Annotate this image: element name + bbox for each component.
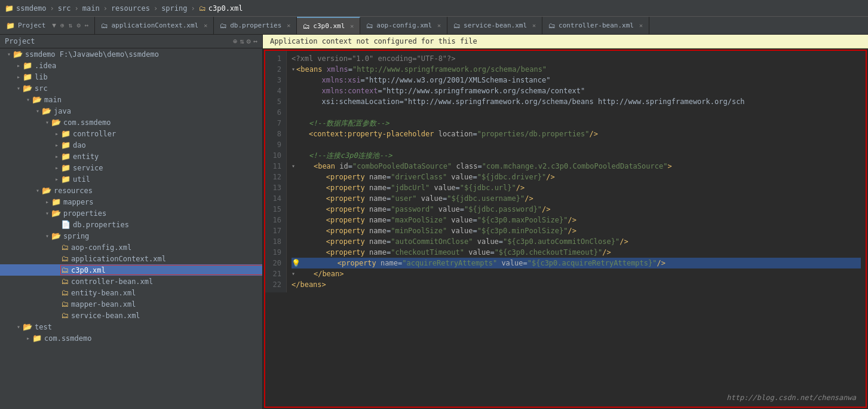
code-line-20: 💡 <property name="acquireRetryAttempts" … — [292, 258, 861, 268]
fold-icon-11[interactable]: ▾ — [292, 161, 295, 172]
tab-aop-label: aop-config.xml — [376, 22, 432, 29]
line-number-14: 14 — [270, 193, 281, 204]
tree-item-service[interactable]: ▸📁service — [0, 162, 262, 173]
tab-controller-bean-close[interactable]: ✕ — [639, 22, 643, 29]
sidebar-title: Project — [5, 37, 35, 45]
lightbulb-icon-20[interactable]: 💡 — [292, 258, 300, 268]
tab-c3p0-close[interactable]: ✕ — [350, 23, 354, 29]
code-line-2: ▾<beans xmlns="http://www.springframewor… — [292, 64, 861, 75]
fold-icon-2[interactable]: ▾ — [292, 64, 295, 75]
tab-controller-bean[interactable]: 🗂 controller-bean.xml ✕ — [542, 17, 649, 34]
breadcrumb-bar: 📁 ssmdemo › src › main › resources › spr… — [0, 0, 868, 17]
line-number-3: 3 — [270, 75, 281, 86]
editor-content[interactable]: 12345678910111213141516171819202122 <?xm… — [264, 50, 867, 408]
tree-item-ssmdemo[interactable]: ▾📂ssmdemo F:\Javaweb\demo\ssmdemo — [0, 48, 262, 60]
tab-db-properties[interactable]: 🗂 db.properties ✕ — [214, 17, 297, 34]
c3p0-icon: 🗂 — [303, 22, 310, 30]
tab-db-close[interactable]: ✕ — [287, 22, 290, 29]
code-line-10: <!--连接c3p0连接池--> — [292, 150, 861, 161]
controller-bean-icon: 🗂 — [548, 22, 556, 30]
tab-service-bean[interactable]: 🗂 service-bean.xml ✕ — [447, 17, 542, 34]
applicationContext-icon: 🗂 — [101, 22, 108, 30]
code-line-15: <property name="password" value="${jdbc.… — [292, 204, 861, 215]
tree-item-service-bean-xml[interactable]: 🗂service-bean.xml — [0, 310, 262, 321]
breadcrumb-spring[interactable]: spring — [161, 4, 187, 13]
tree-item-applicationContext-xml[interactable]: 🗂applicationContext.xml — [0, 253, 262, 264]
db-properties-icon: 🗂 — [220, 22, 227, 30]
code-line-6 — [292, 107, 861, 118]
tab-c3p0-label: c3p0.xml — [313, 22, 345, 30]
breadcrumb-resources[interactable]: resources — [111, 4, 150, 13]
code-content-20: <property name="acquireRetryAttempts" va… — [303, 258, 665, 268]
tree-item-com-ssmdemo[interactable]: ▾📂com.ssmdemo — [0, 117, 262, 128]
tab-bar: 📁 Project ▼ ⊕ ⇅ ⚙ ↔ 🗂 applicationContext… — [0, 17, 868, 35]
code-content-14: <property name="user" value="${jdbc.user… — [292, 193, 533, 204]
file-tree: ▾📂ssmdemo F:\Javaweb\demo\ssmdemo▸📁.idea… — [0, 48, 262, 344]
breadcrumb-main[interactable]: main — [82, 4, 100, 13]
line-number-10: 10 — [270, 150, 281, 161]
code-content-17: <property name="minPoolSize" value="${c3… — [292, 225, 576, 236]
line-number-18: 18 — [270, 236, 281, 247]
aop-icon: 🗂 — [366, 22, 373, 30]
fold-icon-21[interactable]: ▾ — [292, 268, 295, 279]
code-lines[interactable]: <?xml version="1.0" encoding="UTF-8"?>▾<… — [287, 51, 866, 292]
tab-aop-close[interactable]: ✕ — [437, 22, 441, 29]
tree-item-resources[interactable]: ▾📂resources — [0, 185, 262, 196]
code-content-16: <property name="maxPoolSize" value="${c3… — [292, 215, 576, 225]
sidebar-control-4[interactable]: ↔ — [253, 37, 257, 45]
tree-item-db-properties[interactable]: 📄db.properties — [0, 219, 262, 230]
tree-item-com-ssmdemo[interactable]: ▸📁com.ssmdemo — [0, 332, 262, 344]
line-number-19: 19 — [270, 247, 281, 258]
sidebar-control-3[interactable]: ⚙ — [247, 37, 251, 45]
line-number-2: 2 — [270, 64, 281, 75]
line-number-8: 8 — [270, 129, 281, 139]
service-bean-icon: 🗂 — [453, 22, 461, 30]
tree-item-c3p0-xml[interactable]: 🗂c3p0.xml — [0, 264, 262, 276]
tree-item-entity-bean-xml[interactable]: 🗂entity-bean.xml — [0, 287, 262, 298]
breadcrumb-c3p0[interactable]: 🗂 c3p0.xml — [199, 4, 243, 13]
tab-project[interactable]: 📁 Project ▼ ⊕ ⇅ ⚙ ↔ — [0, 17, 95, 34]
tree-item-aop-config-xml[interactable]: 🗂aop-config.xml — [0, 242, 262, 253]
tree-item-mapper-bean-xml[interactable]: 🗂mapper-bean.xml — [0, 298, 262, 310]
tree-item-java[interactable]: ▾📂java — [0, 105, 262, 117]
line-number-20: 20 — [270, 258, 281, 268]
tab-applicationContext[interactable]: 🗂 applicationContext.xml ✕ — [95, 17, 214, 34]
tree-item-util[interactable]: ▸📁util — [0, 173, 262, 185]
line-number-7: 7 — [270, 118, 281, 129]
tab-aop-config[interactable]: 🗂 aop-config.xml ✕ — [360, 17, 447, 34]
tree-item-src[interactable]: ▾📂src — [0, 83, 262, 94]
tab-c3p0[interactable]: 🗂 c3p0.xml ✕ — [297, 17, 360, 34]
code-content-10: <!--连接c3p0连接池--> — [292, 150, 392, 161]
code-line-13: <property name="jdbcUrl" value="${jdbc.u… — [292, 182, 861, 193]
tree-item-lib[interactable]: ▸📁lib — [0, 71, 262, 83]
tree-item-mappers[interactable]: ▸📁mappers — [0, 196, 262, 207]
code-line-19: <property name="checkoutTimeout" value="… — [292, 247, 861, 258]
tree-item-dao[interactable]: ▸📁dao — [0, 139, 262, 151]
tree-item-properties[interactable]: ▾📂properties — [0, 207, 262, 219]
tree-item--idea[interactable]: ▸📁.idea — [0, 60, 262, 71]
tab-applicationContext-close[interactable]: ✕ — [204, 22, 207, 29]
code-content-19: <property name="checkoutTimeout" value="… — [292, 247, 611, 258]
tab-db-properties-label: db.properties — [230, 22, 281, 29]
sidebar-controls: ⊕ ⇅ ⚙ ↔ — [233, 37, 257, 45]
tree-item-spring[interactable]: ▾📂spring — [0, 230, 262, 242]
sidebar-control-1[interactable]: ⊕ — [233, 37, 237, 45]
tree-item-controller-bean-xml[interactable]: 🗂controller-bean.xml — [0, 276, 262, 287]
code-content-1: <?xml version="1.0" encoding="UTF-8"?> — [292, 53, 456, 64]
code-line-11: ▾ <bean id="comboPooledDataSource" class… — [292, 161, 861, 172]
tree-item-entity[interactable]: ▸📁entity — [0, 151, 262, 162]
breadcrumb-src[interactable]: src — [58, 4, 71, 13]
tree-item-controller[interactable]: ▸📁controller — [0, 128, 262, 139]
code-line-9 — [292, 139, 861, 150]
code-content-11: <bean id="comboPooledDataSource" class="… — [296, 161, 672, 172]
code-line-18: <property name="autoCommitOnClose" value… — [292, 236, 861, 247]
tree-item-test[interactable]: ▾📂test — [0, 321, 262, 332]
breadcrumb-ssmdemo[interactable]: 📁 ssmdemo — [5, 4, 47, 13]
sidebar-control-2[interactable]: ⇅ — [240, 37, 244, 45]
line-number-17: 17 — [270, 225, 281, 236]
line-numbers: 12345678910111213141516171819202122 — [265, 51, 287, 292]
tab-service-bean-close[interactable]: ✕ — [532, 22, 536, 29]
line-number-1: 1 — [270, 53, 281, 64]
tree-item-main[interactable]: ▾📂main — [0, 94, 262, 105]
line-number-21: 21 — [270, 268, 281, 279]
